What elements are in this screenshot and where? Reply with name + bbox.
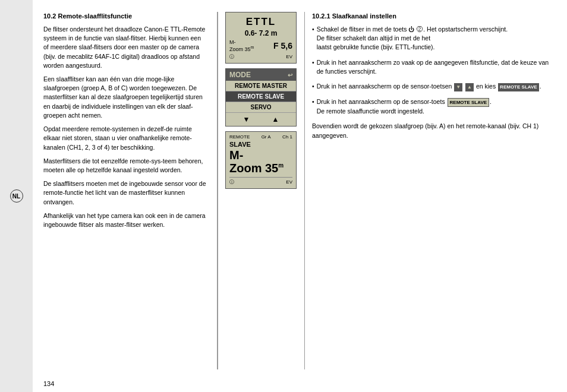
mode-header: MODE ↩: [226, 69, 296, 81]
bullet-icon-1: •: [312, 25, 314, 52]
lcd-bottom-ev: EV: [286, 179, 292, 185]
para-3: Opdat meerdere remote-systemen in dezelf…: [43, 125, 206, 152]
mode-header-label: MODE: [229, 71, 251, 79]
arrow-down-badge: ▼: [454, 83, 462, 91]
lcd-ev-label: EV: [286, 54, 292, 59]
lcd-gr-label: Gr A: [262, 134, 271, 140]
lcd-zoom-row: M-Zoom 35m F 5,6: [229, 39, 292, 52]
lcd-bottom-info-icon: ⓘ: [229, 179, 234, 185]
bullet-text-2: Druk in het aanraakscherm zo vaak op de …: [317, 58, 556, 76]
lcd-info-icon: ⓘ: [229, 53, 234, 60]
section-title-10-2: 10.2 Remote-slaafflitsfunctie: [43, 12, 206, 21]
mode-item-remote-slave[interactable]: REMOTE SLAVE: [226, 91, 296, 102]
middle-display-column: ETTL 0.6- 7.2 m M-Zoom 35m F 5,6 ⓘ EV MO…: [218, 0, 304, 375]
mode-header-arrow-icon: ↩: [288, 72, 292, 78]
para-5: De slaafflitsers moeten met de ingebouwd…: [43, 179, 206, 207]
lcd-fstop: F 5,6: [273, 41, 292, 50]
mode-display: MODE ↩ REMOTE MASTER REMOTE SLAVE SERVO …: [225, 68, 297, 127]
bullet-text-1: Schakel de flitser in met de toets ⏻ ②. …: [317, 25, 508, 52]
arrow-up-badge: ▲: [465, 83, 474, 91]
right-text-column: 10.2.1 Slaafkanaal instellen • Schakel d…: [305, 0, 567, 375]
mode-item-servo[interactable]: SERVO: [226, 102, 296, 113]
bullet-text-3: Druk in het aanraakscherm op de sensor-t…: [317, 82, 541, 91]
final-paragraph: Bovendien wordt de gekozen slaafgroep (b…: [312, 122, 556, 140]
left-margin: NL: [0, 0, 33, 392]
mode-arrows-row: ▼ ▲: [226, 113, 296, 126]
main-content: 10.2 Remote-slaafflitsfunctie De flitser…: [33, 0, 567, 392]
lcd-distance: 0.6- 7.2 m: [229, 29, 292, 37]
bullet-icon-4: •: [312, 97, 314, 116]
lcd-mzoom: M- Zoom 35m: [229, 148, 292, 175]
bullet-1: • Schakel de flitser in met de toets ⏻ ②…: [312, 25, 556, 52]
lcd-bottom-header: REMOTE Gr A Ch 1: [229, 134, 292, 140]
bullet-icon-3: •: [312, 82, 314, 91]
remote-slave-badge-outline: REMOTE SLAVE: [448, 98, 490, 108]
lcd-slave-label: SLAVE: [229, 141, 292, 148]
bullet-4: • Druk in het aanraakscherm op de sensor…: [312, 97, 556, 116]
bullet-icon-2: •: [312, 58, 314, 76]
section-title-10-2-1: 10.2.1 Slaafkanaal instellen: [312, 12, 556, 21]
mode-arrow-up[interactable]: ▲: [272, 115, 279, 124]
para-2: Een slaafflitser kan aan één van drie mo…: [43, 75, 206, 120]
nl-badge: NL: [10, 189, 23, 203]
page-number: 134: [33, 375, 567, 392]
lcd-top-screen: ETTL 0.6- 7.2 m M-Zoom 35m F 5,6 ⓘ EV: [225, 12, 297, 64]
bullet-3: • Druk in het aanraakscherm op de sensor…: [312, 82, 556, 91]
remote-slave-badge: REMOTE SLAVE: [498, 83, 539, 91]
lcd-bottom-screen: REMOTE Gr A Ch 1 SLAVE M- Zoom 35m ⓘ EV: [225, 131, 297, 189]
mode-item-remote-master[interactable]: REMOTE MASTER: [226, 81, 296, 91]
lcd-bottom-footer: ⓘ EV: [229, 177, 292, 185]
lcd-ettl-mode: ETTL: [229, 16, 292, 28]
lcd-remote-label: REMOTE: [229, 134, 250, 140]
bullet-2: • Druk in het aanraakscherm zo vaak op d…: [312, 58, 556, 76]
lcd-zoom-label: M-Zoom 35m: [229, 39, 254, 52]
content-row: 10.2 Remote-slaafflitsfunctie De flitser…: [33, 0, 567, 375]
lcd-top-bottom-row: ⓘ EV: [229, 53, 292, 60]
lcd-ch-label: Ch 1: [282, 134, 292, 140]
para-1: De flitser ondersteunt het draadloze Can…: [43, 25, 206, 70]
para-6: Afhankelijk van het type camera kan ook …: [43, 211, 206, 229]
para-4: Masterflitsers die tot eenzelfde remote-…: [43, 157, 206, 175]
bullet-text-4: Druk in het aanraakscherm op de sensor-t…: [317, 97, 492, 116]
mode-arrow-down[interactable]: ▼: [243, 115, 250, 124]
left-text-column: 10.2 Remote-slaafflitsfunctie De flitser…: [33, 0, 217, 375]
